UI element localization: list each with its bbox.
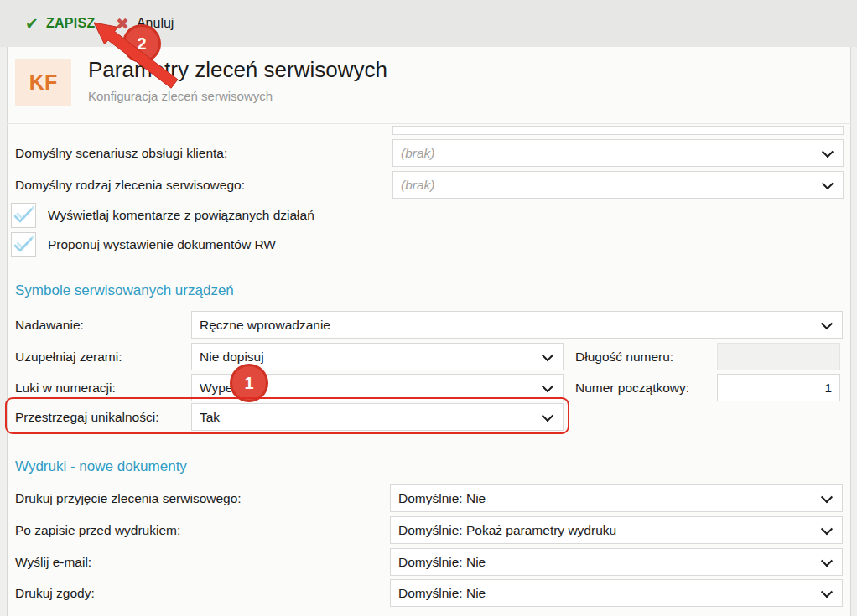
chevron-down-icon (542, 410, 553, 422)
order-type-dropdown[interactable]: (brak) (392, 171, 844, 199)
numer-value: 1 (824, 380, 832, 396)
print-row-label: Wyślij e-mail: (15, 548, 91, 576)
print-row-label: Drukuj zgody: (15, 579, 95, 607)
nadawanie-value: Ręczne wprowadzanie (200, 318, 330, 333)
scenario-label: Domyślny scenariusz obsługi klienta: (15, 139, 227, 167)
cropped-field[interactable] (392, 126, 844, 135)
chevron-down-icon (821, 523, 833, 535)
toolbar: ✔ ZAPISZ ✖ Anuluj (0, 0, 857, 47)
print-row-dropdown[interactable]: Domyślnie: Nie (390, 579, 843, 607)
unikalnosc-dropdown[interactable]: Tak (191, 403, 564, 431)
cancel-button[interactable]: ✖ Anuluj (116, 0, 174, 47)
dlugosc-label: Długość numeru: (575, 343, 673, 370)
print-row-label: Po zapisie przed wydrukiem: (15, 516, 180, 544)
page-title: Parametry zleceń serwisowych (88, 57, 387, 83)
chevron-down-icon (821, 318, 833, 329)
chevron-down-icon (821, 555, 833, 567)
order-type-value: (brak) (401, 178, 434, 193)
chevron-down-icon (542, 349, 553, 361)
nadawanie-dropdown[interactable]: Ręczne wprowadzanie (191, 311, 843, 339)
print-row-value: Domyślnie: Nie (398, 491, 486, 506)
chevron-down-icon (822, 146, 834, 158)
print-row-value: Domyślnie: Pokaż parametry wydruku (398, 523, 616, 538)
chevron-down-icon (542, 380, 553, 392)
chevron-down-icon (821, 491, 833, 503)
luki-dropdown[interactable]: Wypełniaj (191, 374, 564, 401)
save-button[interactable]: ✔ ZAPISZ (25, 0, 96, 47)
numer-label: Numer początkowy: (575, 374, 689, 401)
luki-label: Luki w numeracji: (15, 374, 116, 401)
uzupelniaj-label: Uzupełniaj zerami: (15, 343, 122, 370)
scenario-dropdown[interactable]: (brak) (392, 139, 844, 167)
double-check-icon (13, 206, 34, 225)
nadawanie-label: Nadawanie: (15, 311, 84, 339)
print-row-label: Drukuj przyjęcie zlecenia serwisowego: (15, 484, 242, 512)
chevron-down-icon (822, 178, 834, 189)
unikalnosc-label: Przestrzegaj unikalności: (15, 403, 158, 431)
checkbox-comments[interactable] (11, 203, 36, 228)
config-window: ✔ ZAPISZ ✖ Anuluj KF Parametry zleceń se… (0, 0, 857, 616)
cancel-button-label: Anuluj (137, 16, 174, 31)
unikalnosc-value: Tak (200, 410, 220, 425)
x-icon: ✖ (116, 16, 129, 32)
check-icon: ✔ (25, 16, 39, 32)
save-button-label: ZAPISZ (46, 16, 96, 31)
chevron-down-icon (821, 586, 833, 598)
checkbox-comments-label: Wyświetlaj komentarze z powiązanych dzia… (48, 203, 314, 228)
scenario-value: (brak) (401, 146, 434, 161)
print-row-value: Domyślnie: Nie (398, 586, 486, 601)
print-row-dropdown[interactable]: Domyślnie: Pokaż parametry wydruku (390, 516, 843, 544)
page-subtitle: Konfiguracja zleceń serwisowych (88, 89, 273, 103)
uzupelniaj-dropdown[interactable]: Nie dopisuj (191, 343, 564, 370)
luki-value: Wypełniaj (200, 380, 256, 396)
print-row-dropdown[interactable]: Domyślnie: Nie (390, 548, 843, 576)
section-heading-symbols: Symbole serwisowanych urządzeń (15, 282, 234, 299)
dlugosc-input (717, 343, 840, 370)
section-heading-prints: Wydruki - nowe dokumenty (15, 458, 187, 475)
uzupelniaj-value: Nie dopisuj (200, 349, 264, 365)
numer-input[interactable]: 1 (717, 374, 840, 401)
checkbox-rw[interactable] (11, 232, 36, 257)
double-check-icon (13, 236, 34, 254)
print-row-dropdown[interactable]: Domyślnie: Nie (390, 484, 843, 512)
print-row-value: Domyślnie: Nie (398, 555, 486, 570)
order-type-label: Domyślny rodzaj zlecenia serwisowego: (15, 171, 245, 199)
checkbox-rw-label: Proponuj wystawienie dokumentów RW (48, 232, 276, 257)
avatar: KF (15, 59, 71, 106)
header-separator (7, 123, 851, 124)
